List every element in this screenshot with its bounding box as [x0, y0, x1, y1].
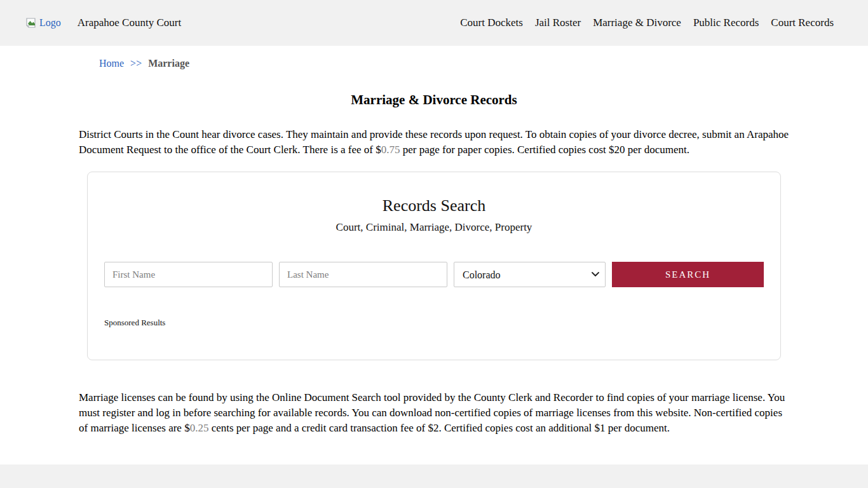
search-button[interactable]: SEARCH	[612, 262, 764, 287]
outro-text-after: cents per page and a credit card transac…	[208, 422, 670, 434]
nav-court-dockets[interactable]: Court Dockets	[460, 17, 523, 29]
first-name-input[interactable]	[104, 262, 273, 287]
breadcrumb-home-link[interactable]: Home	[99, 58, 124, 69]
nav-court-records[interactable]: Court Records	[771, 17, 834, 29]
nav-marriage-divorce[interactable]: Marriage & Divorce	[593, 17, 681, 29]
logo[interactable]: Logo	[25, 17, 61, 29]
footer	[0, 464, 868, 488]
intro-paragraph: District Courts in the Count hear divorc…	[79, 127, 789, 158]
main-nav: Court Dockets Jail Roster Marriage & Div…	[460, 17, 834, 29]
outro-paragraph: Marriage licenses can be found by using …	[79, 390, 789, 436]
breadcrumb-current: Marriage	[148, 58, 189, 69]
records-search-panel: Records Search Court, Criminal, Marriage…	[87, 172, 781, 360]
nav-public-records[interactable]: Public Records	[693, 17, 759, 29]
site-title: Arapahoe County Court	[78, 17, 181, 29]
outro-fee-amount: 0.25	[190, 422, 209, 434]
breadcrumb: Home >> Marriage	[99, 58, 868, 69]
state-select[interactable]: Colorado	[454, 262, 606, 287]
state-select-wrap: Colorado	[454, 262, 606, 287]
intro-text-after: per page for paper copies. Certified cop…	[400, 144, 689, 156]
logo-alt-text: Logo	[39, 17, 61, 29]
intro-fee-amount: 0.75	[381, 144, 400, 156]
page-title: Marriage & Divorce Records	[0, 92, 868, 108]
broken-image-icon	[25, 18, 37, 28]
breadcrumb-separator: >>	[130, 58, 142, 69]
last-name-input[interactable]	[279, 262, 447, 287]
sponsored-results-label: Sponsored Results	[104, 318, 764, 328]
records-search-subtitle: Court, Criminal, Marriage, Divorce, Prop…	[104, 221, 764, 234]
search-form-row: Colorado SEARCH	[104, 262, 764, 287]
nav-jail-roster[interactable]: Jail Roster	[535, 17, 581, 29]
records-search-heading: Records Search	[104, 196, 764, 215]
header: Logo Arapahoe County Court Court Dockets…	[0, 0, 868, 46]
